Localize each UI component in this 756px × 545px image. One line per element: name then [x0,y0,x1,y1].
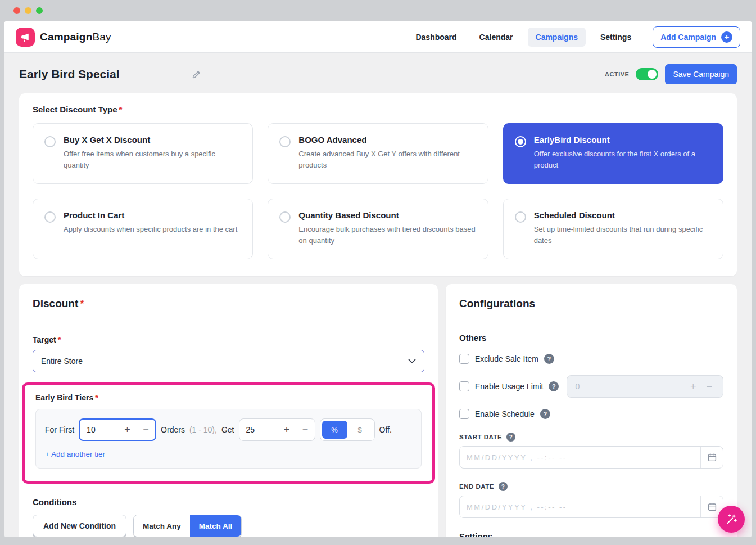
enable-schedule-checkbox[interactable] [459,409,469,419]
radio-icon[interactable] [279,136,291,147]
target-select[interactable]: Entire Store [33,350,424,372]
plus-icon: + [721,31,732,43]
configurations-heading: Configurations [459,298,723,310]
close-window-button[interactable] [13,7,20,14]
radio-icon[interactable] [515,211,526,223]
discount-value-stepper: + − [239,418,315,441]
increment-button[interactable]: + [118,420,137,440]
option-desc: Offer free items when customers buy a sp… [64,148,241,171]
configurations-panel: Configurations Others Exclude Sale Item … [446,284,737,537]
option-title: Product In Cart [64,210,237,220]
option-scheduled-discount[interactable]: Scheduled Discount Set up time-limited d… [503,199,723,259]
increment-button[interactable]: + [685,381,701,393]
discount-type-heading: Select Discount Type* [33,105,723,114]
add-new-condition-button[interactable]: Add New Condition [33,515,126,537]
page-title-bar: Early Bird Special ACTIVE Save Campaign [4,53,752,93]
option-content: Product In Cart Apply discounts when spe… [64,210,237,247]
conditions-controls: Add New Condition Match Any Match All [33,515,424,537]
nav-item-campaigns[interactable]: Campaigns [528,28,586,47]
radio-icon[interactable] [44,136,56,147]
zoom-window-button[interactable] [36,7,43,14]
status-badge: ACTIVE [605,71,629,78]
chevron-down-icon [408,359,416,364]
decrement-button[interactable]: − [701,381,717,393]
active-toggle[interactable] [636,68,658,80]
help-icon[interactable]: ? [540,409,550,419]
others-heading: Others [459,333,723,343]
top-nav-bar: CampaignBay Dashboard Calendar Campaigns… [4,21,752,53]
orders-range: (1 - 10), [189,425,217,434]
radio-icon-selected[interactable] [515,136,526,147]
enable-schedule-row: Enable Schedule ? [459,409,723,419]
pencil-icon [192,70,201,79]
conditions-heading: Conditions [33,497,424,507]
save-campaign-button[interactable]: Save Campaign [665,64,737,84]
help-icon[interactable]: ? [506,433,515,442]
option-desc: Create advanced Buy X Get Y offers with … [298,148,476,171]
option-product-in-cart[interactable]: Product In Cart Apply discounts when spe… [33,199,253,259]
option-content: BOGO Advanced Create advanced Buy X Get … [298,135,476,172]
option-content: Scheduled Discount Set up time-limited d… [534,210,712,247]
required-mark: * [80,298,84,309]
radio-icon[interactable] [279,211,291,223]
enable-schedule-label: Enable Schedule [475,409,535,418]
discount-type-card: Select Discount Type* Buy X Get X Discou… [19,93,737,276]
required-mark: * [119,105,123,114]
option-desc: Apply discounts when specific products a… [64,224,237,235]
nav-item-settings[interactable]: Settings [592,28,639,47]
app-frame: CampaignBay Dashboard Calendar Campaigns… [4,21,752,537]
edit-title-button[interactable] [192,70,201,79]
help-icon[interactable]: ? [544,354,554,364]
option-desc: Offer exclusive discounts for the first … [534,148,712,171]
add-campaign-button[interactable]: Add Campaign + [653,26,740,48]
decrement-button[interactable]: − [137,420,155,440]
match-all-option[interactable]: Match All [190,515,242,537]
option-desc: Encourage bulk purchases with tiered dis… [298,224,476,246]
early-bird-tiers-highlight: Early Bird Tiers* For First + − Orders [22,382,435,484]
option-quantity-based[interactable]: Quantity Based Discount Encourage bulk p… [268,199,488,259]
first-orders-input[interactable] [80,420,118,440]
usage-limit-input[interactable]: 0 + − [567,375,723,398]
megaphone-icon [16,28,35,47]
usage-limit-checkbox[interactable] [459,381,469,391]
start-date-label: START DATE [459,434,502,440]
option-title: Quantity Based Discount [298,210,476,220]
dollar-option[interactable]: $ [347,421,373,439]
help-icon[interactable]: ? [499,482,508,491]
tiers-heading: Early Bird Tiers* [35,393,422,402]
divider [459,319,723,319]
calendar-icon[interactable] [700,447,723,468]
main-nav: Dashboard Calendar Campaigns Settings Ad… [408,26,740,48]
exclude-sale-label: Exclude Sale Item [475,354,538,363]
discount-heading-text: Discount [33,298,78,309]
percent-option[interactable]: % [322,421,347,439]
decrement-button[interactable]: − [296,419,315,440]
discount-value-input[interactable] [239,419,278,440]
discount-type-heading-text: Select Discount Type [33,105,117,114]
nav-item-dashboard[interactable]: Dashboard [408,28,464,47]
target-label-text: Target [33,335,56,344]
minimize-window-button[interactable] [25,7,31,14]
exclude-sale-checkbox[interactable] [459,354,469,364]
app-window: CampaignBay Dashboard Calendar Campaigns… [0,0,756,545]
help-icon[interactable]: ? [549,381,559,391]
add-another-tier-link[interactable]: + Add another tier [45,450,105,458]
option-buy-x-get-x[interactable]: Buy X Get X Discount Offer free items wh… [33,123,253,184]
discount-panel: Discount* Target* Entire Store Early Bir… [19,284,438,537]
brand-name-bold: Campaign [40,31,92,43]
increment-button[interactable]: + [278,419,296,440]
start-date-input[interactable]: MM/DD/YYYY , --:-- -- [459,446,723,469]
option-bogo-advanced[interactable]: BOGO Advanced Create advanced Buy X Get … [268,123,488,184]
end-date-input[interactable]: MM/DD/YYYY , --:-- -- [459,496,723,518]
usage-limit-label: Enable Usage Limit [475,382,543,391]
target-select-value: Entire Store [41,357,83,366]
page-title: Early Bird Special [19,67,120,81]
settings-heading: Settings [459,532,723,537]
nav-item-calendar[interactable]: Calendar [472,28,521,47]
match-any-option[interactable]: Match Any [134,515,190,537]
magic-wand-fab[interactable] [718,506,745,533]
option-title: EarlyBird Discount [534,135,712,145]
radio-icon[interactable] [44,211,56,223]
option-desc: Set up time-limited discounts that run d… [534,224,712,246]
option-earlybird-discount[interactable]: EarlyBird Discount Offer exclusive disco… [503,123,723,184]
